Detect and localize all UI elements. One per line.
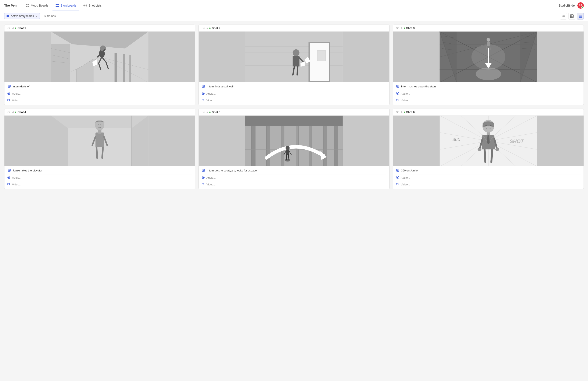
nav-item-mood-boards[interactable]: Mood Boards bbox=[22, 0, 51, 11]
shot-card-1[interactable]: Sc. # Shot 1 bbox=[4, 24, 195, 105]
nav-item-storyboards[interactable]: Storyboards bbox=[52, 0, 80, 11]
audio-item-5[interactable]: Audio... bbox=[202, 174, 386, 181]
scene-label: Sc. bbox=[396, 27, 400, 30]
shot-card-6[interactable]: Sc. # Shot 6 360 SHOT bbox=[393, 109, 584, 189]
video-label: Video... bbox=[206, 99, 216, 102]
description-icon bbox=[7, 84, 11, 88]
video-label: Video... bbox=[206, 183, 216, 186]
audio-icon bbox=[396, 92, 399, 96]
video-label: Video... bbox=[401, 99, 410, 102]
svg-rect-77 bbox=[202, 85, 205, 87]
svg-line-128 bbox=[102, 147, 103, 158]
user-name: StudioBinder bbox=[559, 4, 576, 7]
grid-view-button[interactable] bbox=[577, 13, 584, 20]
card-meta-5: Audio... Video... bbox=[202, 174, 386, 188]
nav-item-shot-lists[interactable]: Shot Lists bbox=[80, 0, 105, 11]
svg-marker-68 bbox=[310, 43, 329, 81]
video-item-6[interactable]: Video... bbox=[396, 181, 581, 188]
video-label: Video... bbox=[12, 99, 21, 102]
description-text: Intern gets to courtyard, looks for esca… bbox=[207, 169, 257, 172]
svg-point-141 bbox=[8, 177, 10, 178]
user-badge[interactable]: StudioBinder SB bbox=[559, 2, 584, 9]
svg-rect-171 bbox=[202, 183, 204, 185]
shot-card-2[interactable]: Sc. # Shot 2 bbox=[198, 24, 389, 105]
description-text: Intern darts off bbox=[13, 85, 30, 88]
description-text: Intern rushes down the stairs bbox=[401, 85, 437, 88]
svg-marker-212 bbox=[398, 184, 399, 184]
audio-item-6[interactable]: Audio... bbox=[396, 174, 581, 181]
card-meta-1: Audio... Video... bbox=[7, 90, 192, 104]
audio-item-2[interactable]: Audio... bbox=[202, 90, 386, 97]
svg-rect-1 bbox=[27, 4, 29, 5]
card-header-2: Sc. # Shot 2 bbox=[199, 25, 389, 32]
audio-item-1[interactable]: Audio... bbox=[7, 90, 192, 97]
svg-point-199 bbox=[495, 148, 499, 151]
video-item-3[interactable]: Video... bbox=[396, 97, 581, 104]
audio-icon bbox=[396, 176, 399, 180]
frame-view-button[interactable] bbox=[568, 13, 575, 20]
scene-label: Sc. bbox=[202, 111, 205, 114]
video-item-2[interactable]: Video... bbox=[202, 97, 386, 104]
svg-line-190 bbox=[484, 149, 485, 162]
shot-card-4[interactable]: Sc. # Shot 4 bbox=[4, 109, 195, 189]
card-description-5: Intern gets to courtyard, looks for esca… bbox=[202, 168, 386, 173]
description-icon bbox=[202, 168, 205, 173]
shot-card-5[interactable]: Sc. # Shot 5 bbox=[198, 109, 389, 189]
svg-rect-18 bbox=[579, 15, 580, 16]
svg-line-163 bbox=[289, 155, 289, 159]
svg-line-191 bbox=[491, 149, 492, 162]
audio-label: Audio... bbox=[12, 176, 21, 179]
svg-marker-172 bbox=[204, 184, 204, 184]
svg-point-82 bbox=[203, 93, 204, 94]
description-text: Jamie takes the elevator bbox=[13, 169, 42, 172]
svg-point-164 bbox=[285, 159, 290, 161]
video-icon bbox=[202, 183, 205, 186]
svg-rect-165 bbox=[202, 169, 205, 171]
svg-point-170 bbox=[203, 177, 204, 178]
more-options-button[interactable]: ••• bbox=[560, 13, 567, 20]
svg-point-158 bbox=[286, 146, 290, 150]
svg-marker-58 bbox=[10, 100, 10, 100]
shot-label: Shot 6 bbox=[406, 110, 415, 114]
video-icon bbox=[396, 183, 399, 186]
card-image-2 bbox=[199, 32, 389, 82]
audio-icon bbox=[202, 92, 205, 96]
svg-point-98 bbox=[486, 38, 490, 42]
active-storyboards-filter[interactable]: Active Storyboards bbox=[4, 13, 40, 19]
card-body-4: Jamie takes the elevator Audio... bbox=[4, 166, 195, 189]
video-icon bbox=[7, 99, 10, 102]
video-icon bbox=[7, 183, 10, 186]
svg-rect-16 bbox=[570, 16, 572, 18]
svg-rect-17 bbox=[572, 16, 573, 18]
description-text: 360 on Jamie bbox=[401, 169, 418, 172]
frame-icon bbox=[570, 14, 574, 18]
svg-rect-159 bbox=[286, 150, 289, 155]
audio-label: Audio... bbox=[401, 92, 410, 95]
more-icon: ••• bbox=[562, 14, 565, 18]
description-icon bbox=[202, 84, 205, 88]
video-icon bbox=[202, 99, 205, 102]
svg-marker-193 bbox=[487, 135, 489, 144]
video-item-1[interactable]: Video... bbox=[7, 97, 192, 104]
svg-marker-143 bbox=[10, 184, 10, 184]
audio-item-4[interactable]: Audio... bbox=[7, 174, 192, 181]
scene-label: Sc. bbox=[396, 111, 400, 114]
card-description-6: 360 on Jamie bbox=[396, 168, 581, 173]
audio-label: Audio... bbox=[206, 92, 216, 95]
svg-rect-24 bbox=[579, 17, 580, 18]
shot-card-3[interactable]: Sc. # Shot 3 bbox=[393, 24, 584, 105]
svg-text:SHOT: SHOT bbox=[509, 139, 524, 144]
top-navigation: The Pen Mood Boards Storyboards bbox=[0, 0, 588, 11]
video-item-5[interactable]: Video... bbox=[202, 181, 386, 188]
audio-item-3[interactable]: Audio... bbox=[396, 90, 581, 97]
svg-rect-148 bbox=[267, 126, 270, 166]
shot-lists-label: Shot Lists bbox=[88, 4, 102, 7]
svg-rect-57 bbox=[8, 99, 10, 101]
scene-label: Sc. bbox=[7, 111, 11, 114]
video-label: Video... bbox=[401, 183, 410, 186]
toolbar: Active Storyboards 12 frames ••• bbox=[0, 11, 588, 21]
card-meta-6: Audio... Video... bbox=[396, 174, 581, 188]
logo[interactable]: The Pen bbox=[4, 4, 17, 7]
description-icon bbox=[396, 168, 399, 173]
video-item-4[interactable]: Video... bbox=[7, 181, 192, 188]
